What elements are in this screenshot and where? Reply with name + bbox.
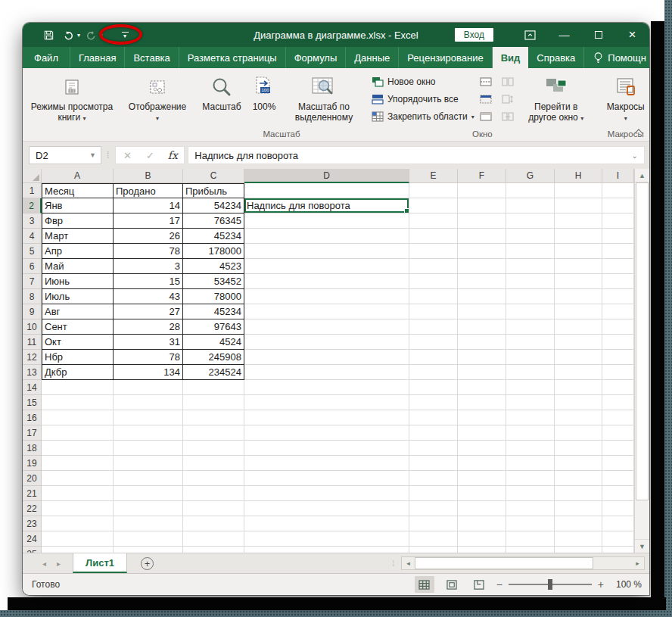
cell-G4[interactable] bbox=[506, 229, 555, 244]
cell-H23[interactable] bbox=[555, 516, 602, 531]
workbook-views-button[interactable]: Режимы просмотра книги ▾ bbox=[26, 72, 118, 125]
cell-H6[interactable] bbox=[555, 259, 602, 274]
column-header-B[interactable]: B bbox=[114, 169, 183, 183]
cell-D3[interactable] bbox=[244, 213, 409, 229]
tell-me-assistant[interactable]: Помощн bbox=[584, 47, 649, 68]
redo-dropdown-caret[interactable]: ▾ bbox=[100, 32, 103, 39]
cell-C15[interactable] bbox=[183, 395, 244, 410]
horizontal-scrollbar[interactable]: ◂ ▸ bbox=[401, 556, 645, 570]
cell-G19[interactable] bbox=[506, 456, 555, 471]
cell-B2[interactable]: 14 bbox=[114, 198, 183, 213]
tab-insert[interactable]: Вставка bbox=[125, 47, 179, 68]
cell-E4[interactable] bbox=[409, 229, 458, 244]
cell-C23[interactable] bbox=[183, 516, 244, 531]
redo-button[interactable] bbox=[82, 26, 100, 44]
cell-E23[interactable] bbox=[409, 516, 458, 531]
tab-review[interactable]: Рецензирование bbox=[399, 47, 492, 68]
cell-C4[interactable]: 45234 bbox=[183, 229, 244, 244]
cell-A8[interactable]: Июль bbox=[42, 289, 114, 304]
cell-A14[interactable] bbox=[42, 380, 114, 395]
cell-B16[interactable] bbox=[114, 410, 183, 425]
column-header-G[interactable]: G bbox=[506, 169, 555, 183]
zoom-in-button[interactable]: + bbox=[598, 578, 604, 591]
row-header-20[interactable]: 20 bbox=[23, 471, 42, 486]
cell-C1[interactable]: Прибыль bbox=[183, 183, 244, 198]
cell-H1[interactable] bbox=[555, 183, 602, 198]
cell-E16[interactable] bbox=[409, 410, 458, 425]
cell-B25[interactable] bbox=[114, 547, 183, 553]
row-header-7[interactable]: 7 bbox=[23, 274, 42, 289]
cell-I25[interactable] bbox=[602, 547, 634, 553]
cell-B12[interactable]: 78 bbox=[114, 350, 183, 365]
cell-I23[interactable] bbox=[602, 516, 634, 531]
cell-H7[interactable] bbox=[555, 274, 602, 289]
cell-F7[interactable] bbox=[458, 274, 506, 289]
column-header-I[interactable]: I bbox=[602, 169, 634, 183]
cell-B17[interactable] bbox=[114, 425, 183, 441]
row-header-4[interactable]: 4 bbox=[23, 229, 42, 244]
freeze-panes-button[interactable]: Закрепить области ▾ bbox=[369, 108, 477, 125]
cell-D5[interactable] bbox=[244, 244, 409, 259]
cell-A9[interactable]: Авг bbox=[42, 304, 114, 319]
zoom-level[interactable]: 100 % bbox=[611, 579, 642, 590]
cell-C21[interactable] bbox=[183, 486, 244, 501]
cell-F6[interactable] bbox=[458, 259, 506, 274]
cell-F3[interactable] bbox=[458, 213, 506, 229]
cell-I20[interactable] bbox=[602, 471, 634, 486]
cell-G12[interactable] bbox=[506, 350, 555, 365]
cell-G9[interactable] bbox=[506, 304, 555, 319]
cell-D22[interactable] bbox=[244, 501, 409, 516]
row-header-3[interactable]: 3 bbox=[23, 213, 42, 229]
cell-I2[interactable] bbox=[602, 198, 634, 213]
cell-H17[interactable] bbox=[555, 425, 602, 441]
cell-A13[interactable]: Дкбр bbox=[42, 365, 114, 380]
cell-A17[interactable] bbox=[42, 425, 114, 441]
enter-button[interactable]: ✓ bbox=[138, 150, 161, 161]
cell-D10[interactable] bbox=[244, 319, 409, 335]
undo-button[interactable] bbox=[59, 26, 77, 44]
macros-button[interactable]: Макросы▾ bbox=[599, 72, 649, 125]
column-header-E[interactable]: E bbox=[409, 169, 458, 183]
cell-D13[interactable] bbox=[244, 365, 409, 380]
cell-E19[interactable] bbox=[409, 456, 458, 471]
cell-F24[interactable] bbox=[458, 531, 506, 547]
unhide-window-button[interactable] bbox=[477, 108, 495, 125]
cell-F14[interactable] bbox=[458, 380, 506, 395]
tab-page-layout[interactable]: Разметка страницы bbox=[179, 47, 286, 68]
cell-I1[interactable] bbox=[602, 183, 634, 198]
cell-H3[interactable] bbox=[555, 213, 602, 229]
synchronous-scrolling-button[interactable] bbox=[499, 91, 517, 108]
cell-A1[interactable]: Месяц bbox=[42, 183, 114, 198]
cell-E5[interactable] bbox=[409, 244, 458, 259]
cell-I12[interactable] bbox=[602, 350, 634, 365]
cell-H19[interactable] bbox=[555, 456, 602, 471]
cell-D25[interactable] bbox=[244, 547, 409, 553]
cell-E17[interactable] bbox=[409, 425, 458, 441]
cell-D20[interactable] bbox=[244, 471, 409, 486]
cell-C24[interactable] bbox=[183, 531, 244, 547]
cell-F12[interactable] bbox=[458, 350, 506, 365]
cell-D12[interactable] bbox=[244, 350, 409, 365]
name-box-caret-icon[interactable]: ▼ bbox=[89, 151, 101, 159]
cell-C14[interactable] bbox=[183, 380, 244, 395]
cell-E8[interactable] bbox=[409, 289, 458, 304]
cell-F1[interactable] bbox=[458, 183, 506, 198]
cell-B21[interactable] bbox=[114, 486, 183, 501]
cell-G6[interactable] bbox=[506, 259, 555, 274]
cell-F18[interactable] bbox=[458, 441, 506, 456]
tab-splitter-handle[interactable]: ⁞ bbox=[392, 559, 395, 568]
cell-B24[interactable] bbox=[114, 531, 183, 547]
cell-C22[interactable] bbox=[183, 501, 244, 516]
cell-E1[interactable] bbox=[409, 183, 458, 198]
arrange-all-button[interactable]: Упорядочить все bbox=[369, 91, 477, 108]
cell-G15[interactable] bbox=[506, 395, 555, 410]
cell-I14[interactable] bbox=[602, 380, 634, 395]
cell-F22[interactable] bbox=[458, 501, 506, 516]
new-sheet-button[interactable]: + bbox=[127, 553, 167, 573]
zoom-slider[interactable] bbox=[509, 584, 592, 585]
zoom-button[interactable]: Масштаб bbox=[197, 72, 247, 113]
row-header-21[interactable]: 21 bbox=[23, 486, 42, 501]
cell-A21[interactable] bbox=[42, 486, 114, 501]
cell-I10[interactable] bbox=[602, 319, 634, 335]
cell-A6[interactable]: Май bbox=[42, 259, 114, 274]
